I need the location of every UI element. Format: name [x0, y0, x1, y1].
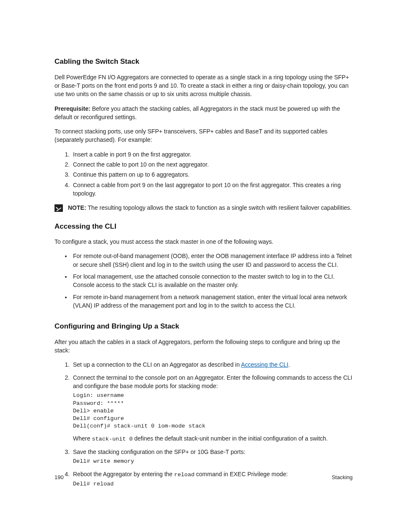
body-text: To configure a stack, you must access th…	[55, 237, 353, 246]
body-text: After you attach the cables in a stack o…	[55, 338, 353, 355]
heading-configuring-stack: Configuring and Bringing Up a Stack	[55, 321, 353, 332]
list-item: Save the stacking configuration on the S…	[71, 448, 353, 466]
bullet-list: For remote out-of-band management (OOB),…	[55, 252, 353, 310]
heading-cabling: Cabling the Switch Stack	[55, 57, 353, 67]
list-item: Continue this pattern on up to 6 aggrega…	[71, 170, 353, 179]
list-item: Connect the cable to port 10 on the next…	[71, 160, 353, 169]
document-page: Cabling the Switch Stack Dell PowerEdge …	[0, 0, 400, 532]
step-text: Save the stacking configuration on the S…	[73, 449, 245, 455]
body-text: Prerequisite: Before you attach the stac…	[55, 104, 353, 122]
list-item: Insert a cable in port 9 on the first ag…	[71, 150, 353, 159]
list-item: Set up a connection to the CLI on an Agg…	[71, 360, 353, 369]
note-label: NOTE:	[68, 204, 86, 211]
ordered-list: Set up a connection to the CLI on an Agg…	[55, 360, 353, 488]
heading-accessing-cli: Accessing the CLI	[55, 222, 353, 232]
step-text: Set up a connection to the CLI on an Agg…	[73, 361, 241, 368]
step-text: defines the default stack-unit number in…	[132, 435, 327, 442]
cross-reference-link[interactable]: Accessing the CLI	[241, 361, 288, 368]
step-text: .	[288, 361, 290, 368]
step-text: Connect the terminal to the console port…	[73, 374, 352, 389]
body-text: Before you attach the stacking cables, a…	[55, 105, 340, 120]
code-block: Dell# write memory	[73, 458, 353, 465]
page-footer: 190 Stacking	[55, 474, 353, 482]
list-item: Connect the terminal to the console port…	[71, 373, 353, 443]
note-text: The resulting topology allows the stack …	[86, 204, 352, 211]
page-number: 190	[55, 474, 64, 482]
body-text: Where stack-unit 0 defines the default s…	[73, 434, 353, 443]
note-block: NOTE: The resulting topology allows the …	[55, 203, 353, 212]
list-item: Connect a cable from port 9 on the last …	[71, 181, 353, 198]
step-text: Where	[73, 435, 92, 442]
body-text: To connect stacking ports, use only SFP+…	[55, 127, 353, 144]
list-item: For remote in-band management from a net…	[71, 293, 353, 310]
note-body: NOTE: The resulting topology allows the …	[68, 203, 353, 212]
list-item: For remote out-of-band management (OOB),…	[71, 252, 353, 269]
ordered-list: Insert a cable in port 9 on the first ag…	[55, 150, 353, 198]
prerequisite-label: Prerequisite:	[55, 105, 91, 112]
body-text: Dell PowerEdge FN I/O Aggregators are co…	[55, 73, 353, 99]
note-icon	[55, 204, 63, 212]
code-inline: stack-unit 0	[92, 436, 132, 442]
code-block: Login: username Password: ***** Dell> en…	[73, 392, 353, 430]
list-item: For local management, use the attached c…	[71, 272, 353, 289]
chapter-label: Stacking	[332, 474, 353, 482]
